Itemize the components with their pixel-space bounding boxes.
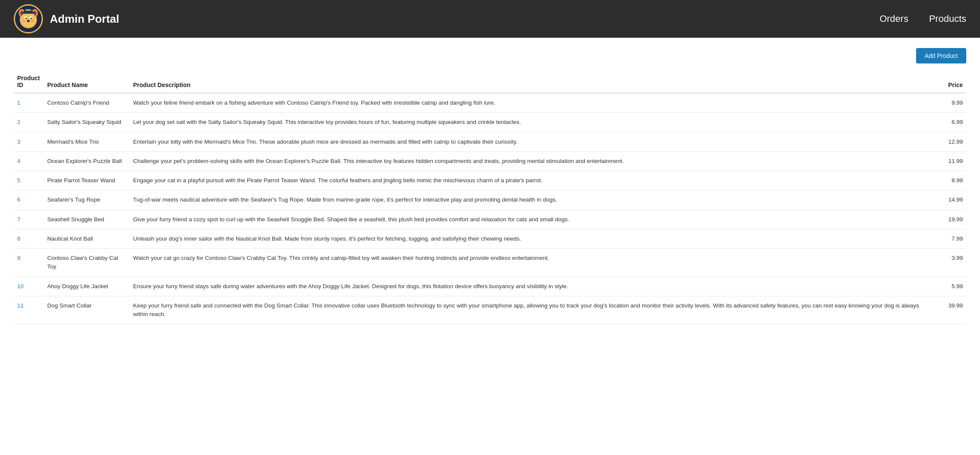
cell-price: 11.99	[932, 151, 966, 171]
col-header-price: Price	[932, 70, 966, 93]
cell-name: Ocean Explorer's Puzzle Ball	[44, 151, 130, 171]
table-row: 2Salty Sailor's Squeaky SquidLet your do…	[14, 113, 966, 132]
cell-price: 3.99	[932, 249, 966, 277]
toolbar: Add Product	[14, 48, 966, 63]
cell-price: 19.99	[932, 210, 966, 229]
product-id-link[interactable]: 6	[17, 196, 21, 203]
cell-id: 10	[14, 277, 44, 296]
table-row: 10Ahoy Doggy Life JacketEnsure your furr…	[14, 277, 966, 296]
table-header: Product ID Product Name Product Descript…	[14, 70, 966, 93]
table-header-row: Product ID Product Name Product Descript…	[14, 70, 966, 93]
product-id-link[interactable]: 2	[17, 119, 21, 125]
cell-price: 8.99	[932, 171, 966, 190]
cell-id: 6	[14, 190, 44, 210]
main-content: Add Product Product ID Product Name Prod…	[0, 38, 980, 455]
svg-point-12	[27, 20, 30, 21]
cell-description: Give your furry friend a cozy spot to cu…	[130, 210, 932, 229]
cell-description: Keep your furry friend safe and connecte…	[130, 296, 932, 324]
products-table: Product ID Product Name Product Descript…	[14, 70, 966, 324]
svg-rect-17	[26, 9, 31, 11]
col-header-description: Product Description	[130, 70, 932, 93]
header-left: Admin Portal	[14, 4, 119, 33]
product-id-link[interactable]: 8	[17, 235, 21, 242]
table-row: 8Nautical Knot BallUnleash your dog's in…	[14, 229, 966, 248]
cell-price: 7.99	[932, 229, 966, 248]
cell-id: 3	[14, 132, 44, 151]
svg-point-14	[31, 20, 34, 22]
cell-id: 1	[14, 93, 44, 113]
cell-name: Seashell Snuggle Bed	[44, 210, 130, 229]
product-id-link[interactable]: 10	[17, 283, 24, 289]
logo	[14, 4, 43, 33]
cell-price: 9.99	[932, 93, 966, 113]
svg-point-8	[25, 18, 27, 19]
table-row: 11Dog Smart CollarKeep your furry friend…	[14, 296, 966, 324]
cell-id: 11	[14, 296, 44, 324]
table-row: 9Contoso Claw's Crabby Cat ToyWatch your…	[14, 249, 966, 277]
nav-products[interactable]: Products	[929, 13, 966, 24]
product-id-link[interactable]: 5	[17, 177, 21, 184]
table-row: 7Seashell Snuggle BedGive your furry fri…	[14, 210, 966, 229]
app-header: Admin Portal Orders Products	[0, 0, 980, 38]
cell-price: 5.99	[932, 277, 966, 296]
table-row: 4Ocean Explorer's Puzzle BallChallenge y…	[14, 151, 966, 171]
cell-description: Unleash your dog's inner sailor with the…	[130, 229, 932, 248]
cell-name: Contoso Catnip's Friend	[44, 93, 130, 113]
product-id-link[interactable]: 3	[17, 139, 21, 145]
cell-name: Pirate Parrot Teaser Wand	[44, 171, 130, 190]
table-row: 1Contoso Catnip's FriendWatch your felin…	[14, 93, 966, 113]
product-id-link[interactable]: 11	[17, 302, 24, 309]
svg-point-10	[26, 18, 27, 18]
cell-price: 39.99	[932, 296, 966, 324]
cell-price: 6.99	[932, 113, 966, 132]
product-id-link[interactable]: 1	[17, 99, 21, 106]
cell-id: 8	[14, 229, 44, 248]
cell-description: Watch your cat go crazy for Contoso Claw…	[130, 249, 932, 277]
product-id-link[interactable]: 7	[17, 216, 21, 223]
cell-id: 9	[14, 249, 44, 277]
cell-id: 5	[14, 171, 44, 190]
cell-id: 2	[14, 113, 44, 132]
nav-orders[interactable]: Orders	[880, 13, 908, 24]
cell-description: Entertain your kitty with the Mermaid's …	[130, 132, 932, 151]
cell-description: Ensure your furry friend stays safe duri…	[130, 277, 932, 296]
product-id-link[interactable]: 9	[17, 255, 21, 261]
app-title: Admin Portal	[50, 12, 119, 26]
table-body: 1Contoso Catnip's FriendWatch your felin…	[14, 93, 966, 324]
table-row: 6Seafarer's Tug RopeTug-of-war meets nau…	[14, 190, 966, 210]
table-row: 3Mermaid's Mice TrioEntertain your kitty…	[14, 132, 966, 151]
cell-name: Dog Smart Collar	[44, 296, 130, 324]
table-row: 5Pirate Parrot Teaser WandEngage your ca…	[14, 171, 966, 190]
cell-name: Salty Sailor's Squeaky Squid	[44, 113, 130, 132]
cell-description: Let your dog set sail with the Salty Sai…	[130, 113, 932, 132]
svg-point-13	[22, 20, 26, 22]
col-header-id: Product ID	[14, 70, 44, 93]
col-header-name: Product Name	[44, 70, 130, 93]
cell-description: Watch your feline friend embark on a fis…	[130, 93, 932, 113]
cell-name: Mermaid's Mice Trio	[44, 132, 130, 151]
svg-point-11	[31, 18, 32, 18]
cell-name: Ahoy Doggy Life Jacket	[44, 277, 130, 296]
cell-description: Engage your cat in a playful pursuit wit…	[130, 171, 932, 190]
cell-description: Tug-of-war meets nautical adventure with…	[130, 190, 932, 210]
cell-price: 14.99	[932, 190, 966, 210]
main-nav: Orders Products	[880, 13, 966, 24]
cell-description: Challenge your pet's problem-solving ski…	[130, 151, 932, 171]
add-product-button[interactable]: Add Product	[916, 48, 966, 63]
cell-id: 7	[14, 210, 44, 229]
product-id-link[interactable]: 4	[17, 158, 21, 164]
cell-name: Contoso Claw's Crabby Cat Toy	[44, 249, 130, 277]
svg-point-9	[30, 18, 32, 19]
cell-name: Nautical Knot Ball	[44, 229, 130, 248]
cell-name: Seafarer's Tug Rope	[44, 190, 130, 210]
cell-price: 12.99	[932, 132, 966, 151]
cell-id: 4	[14, 151, 44, 171]
